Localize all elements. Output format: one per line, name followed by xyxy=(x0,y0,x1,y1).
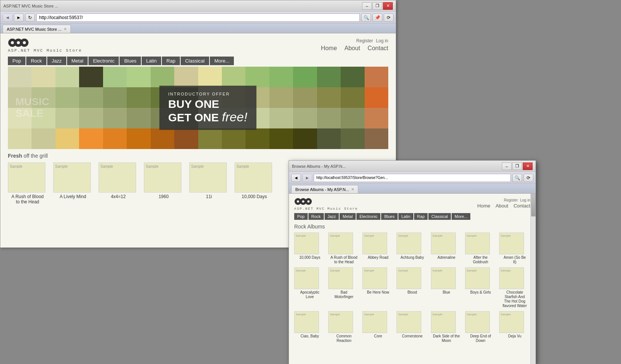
thumb-label-3: Sample xyxy=(100,164,113,169)
nav-about-1[interactable]: About xyxy=(344,45,360,52)
album-name-rock-8: ApocalypticLove xyxy=(294,290,325,299)
refresh-icon-1[interactable]: ⟳ xyxy=(384,13,394,22)
svg-point-5 xyxy=(23,41,26,44)
restore-button-1[interactable]: ❐ xyxy=(373,2,382,10)
nav-links-2: Home About Contact xyxy=(477,203,530,209)
minimize-button-1[interactable]: – xyxy=(362,2,372,10)
album-rock-12[interactable]: Sample Blue xyxy=(431,267,462,308)
album-rock-7[interactable]: Sample Amen (So BeIt) xyxy=(499,233,530,264)
logo-area-1: ASP.NET MVC Music Store xyxy=(8,37,82,53)
search-icon-1[interactable]: 🔍 xyxy=(361,13,371,22)
svg-point-3 xyxy=(17,41,20,44)
album-rock-17[interactable]: Sample Core xyxy=(362,311,394,343)
genre-blues-1[interactable]: Blues xyxy=(120,57,141,65)
genre-more-2[interactable]: More... xyxy=(452,213,470,220)
address-bar-1[interactable] xyxy=(36,13,360,22)
album-rock-4[interactable]: Sample Achtung Baby xyxy=(397,233,428,264)
minimize-button-2[interactable]: – xyxy=(502,163,512,170)
close-button-1[interactable]: ✕ xyxy=(383,2,393,10)
genre-rap-2[interactable]: Rap xyxy=(414,213,428,220)
hero-left-text-1: MUSIC SALE xyxy=(15,96,49,119)
album-rock-1[interactable]: Sample 10,000 Days xyxy=(294,233,325,264)
album-rock-14[interactable]: Sample ChocolateStarfish AndThe Hot Dogf… xyxy=(499,267,530,308)
auth-links-1: Register Log in xyxy=(321,38,388,43)
album-rock-20[interactable]: Sample Deep End ofDown xyxy=(465,311,496,343)
album-item-1[interactable]: Sample A Rush of Bloodto the Head xyxy=(8,163,47,204)
tab-1[interactable]: ASP.NET MVC Music Store ... ✕ xyxy=(3,25,71,33)
genre-bar-2: Pop Rock Jazz Metal Electronic Blues Lat… xyxy=(289,212,536,221)
nav-home-1[interactable]: Home xyxy=(321,45,337,52)
album-item-4[interactable]: Sample 1960 xyxy=(144,163,183,204)
register-link-1[interactable]: Register xyxy=(356,38,373,43)
album-item-6[interactable]: Sample 10,000 Days xyxy=(235,163,274,204)
genre-pop-1[interactable]: Pop xyxy=(8,57,25,65)
genre-blues-2[interactable]: Blues xyxy=(381,213,398,220)
tab-2[interactable]: Browse Albums - My ASP.N... ✕ xyxy=(291,185,358,193)
album-grid2-row2: Sample ApocalypticLove Sample BadMotorfi… xyxy=(294,267,530,308)
nav-about-2[interactable]: About xyxy=(495,203,508,209)
album-rock-8[interactable]: Sample ApocalypticLove xyxy=(294,267,325,308)
album-rock-13[interactable]: Sample Boys & Girls xyxy=(465,267,496,308)
album-name-rock-4: Achtung Baby xyxy=(397,255,428,260)
titlebar-1: ASP.NET MVC Music Store ... – ❐ ✕ xyxy=(0,0,396,12)
nav-contact-2[interactable]: Contact xyxy=(513,203,530,209)
album-rock-5[interactable]: Sample Adrenaline xyxy=(431,233,462,264)
album-rock-16[interactable]: Sample CommonReaction xyxy=(328,311,359,343)
genre-metal-2[interactable]: Metal xyxy=(340,213,356,220)
album-thumb-rock-21: Sample xyxy=(499,311,524,333)
album-rock-21[interactable]: Sample Deja Vu xyxy=(499,311,530,343)
forward-button-1[interactable]: ► xyxy=(14,13,24,22)
login-link-1[interactable]: Log in xyxy=(376,38,388,43)
back-button-2[interactable]: ◄ xyxy=(291,174,301,182)
album-rock-9[interactable]: Sample BadMotorfinger xyxy=(328,267,359,308)
genre-rock-1[interactable]: Rock xyxy=(26,57,46,65)
scrollbar-2[interactable] xyxy=(530,194,536,364)
genre-more-1[interactable]: More... xyxy=(210,57,234,65)
genre-latin-2[interactable]: Latin xyxy=(398,213,413,220)
album-rock-10[interactable]: Sample Be Here Now xyxy=(362,267,394,308)
album-item-3[interactable]: Sample 4x4=12 xyxy=(99,163,138,204)
nav-contact-1[interactable]: Contact xyxy=(368,45,388,52)
search-icon-2[interactable]: 🔍 xyxy=(512,174,522,182)
genre-jazz-2[interactable]: Jazz xyxy=(325,213,339,220)
genre-latin-1[interactable]: Latin xyxy=(142,57,161,65)
refresh-icon-2[interactable]: ⟳ xyxy=(524,174,533,182)
genre-electronic-1[interactable]: Electronic xyxy=(88,57,119,65)
album-rock-11[interactable]: Sample Blood xyxy=(397,267,428,308)
back-button-1[interactable]: ◄ xyxy=(3,13,12,22)
scrollbar-thumb-2[interactable] xyxy=(531,194,536,216)
genre-electronic-2[interactable]: Electronic xyxy=(356,213,380,220)
genre-metal-1[interactable]: Metal xyxy=(67,57,88,65)
genre-classical-2[interactable]: Classical xyxy=(428,213,451,220)
forward-button-2[interactable]: ► xyxy=(302,174,312,182)
album-thumb-5: Sample xyxy=(189,163,227,192)
genre-classical-1[interactable]: Classical xyxy=(181,57,209,65)
nav-home-2[interactable]: Home xyxy=(477,203,491,209)
genre-rock-2[interactable]: Rock xyxy=(308,213,324,220)
album-item-2[interactable]: Sample A Lively Mind xyxy=(53,163,93,204)
tab-label-1: ASP.NET MVC Music Store ... xyxy=(7,27,61,31)
album-thumb-rock-20: Sample xyxy=(465,311,490,333)
genre-jazz-1[interactable]: Jazz xyxy=(47,57,66,65)
login-link-2[interactable]: Log in xyxy=(520,198,530,202)
refresh-button-1[interactable]: ↻ xyxy=(25,13,35,22)
site-header-1: ASP.NET MVC Music Store Register Log in … xyxy=(0,33,396,55)
album-name-rock-2: A Rush of Bloodto the Head xyxy=(328,255,359,264)
album-name-rock-14: ChocolateStarfish AndThe Hot Dogflavored… xyxy=(499,290,530,308)
close-button-2[interactable]: ✕ xyxy=(523,163,533,170)
album-item-5[interactable]: Sample 11i xyxy=(189,163,229,204)
album-rock-15[interactable]: Sample Ciao, Baby xyxy=(294,311,325,343)
album-rock-2[interactable]: Sample A Rush of Bloodto the Head xyxy=(328,233,359,264)
restore-button-2[interactable]: ❐ xyxy=(512,163,522,170)
album-rock-18[interactable]: Sample Cornerstone xyxy=(397,311,428,343)
album-rock-6[interactable]: Sample After theGoldrush xyxy=(465,233,496,264)
tab-close-2[interactable]: ✕ xyxy=(351,187,354,191)
tab-close-1[interactable]: ✕ xyxy=(64,27,67,31)
address-bar-2[interactable] xyxy=(314,174,511,182)
album-name-rock-5: Adrenaline xyxy=(431,255,462,260)
genre-pop-2[interactable]: Pop xyxy=(294,213,308,220)
genre-rap-1[interactable]: Rap xyxy=(162,57,180,65)
album-rock-19[interactable]: Sample Dark Side of theMoon xyxy=(431,311,462,343)
register-link-2[interactable]: Register xyxy=(504,198,518,202)
album-rock-3[interactable]: Sample Abbey Road xyxy=(362,233,394,264)
